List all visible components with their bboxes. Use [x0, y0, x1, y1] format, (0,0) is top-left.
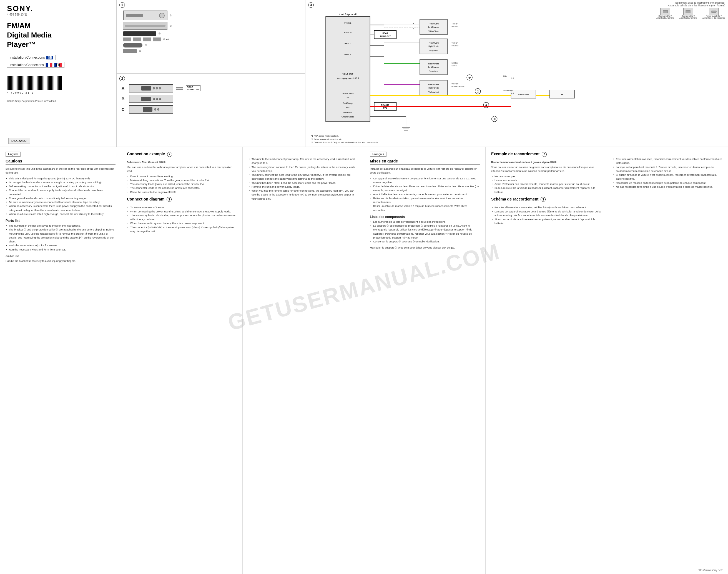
model-number-top: 4-459-589-13(1)	[7, 13, 110, 16]
svg-text:REAR: REAR	[382, 32, 388, 34]
exemple-raccordement-title: Exemple de raccordement 2	[491, 152, 601, 158]
diagram-2-area: 2 A	[117, 74, 305, 147]
svg-text:Rear/Arrière: Rear/Arrière	[428, 84, 439, 86]
svg-text:Violet/Violet: Violet/Violet	[428, 91, 439, 93]
svg-text:①: ①	[468, 76, 471, 79]
svg-text:VOLT OUT: VOLT OUT	[342, 73, 353, 75]
svg-text:+B: +B	[561, 93, 563, 95]
part-harness: ③	[123, 31, 299, 36]
sony-logo: SONY.	[7, 4, 110, 13]
svg-text:④: ④	[494, 118, 496, 121]
rear-audio-out-label: REARAUDIO OUT	[186, 85, 201, 91]
svg-rect-0	[663, 10, 668, 13]
connection-notes-col: This unit to the lead-connect power amp.…	[243, 147, 364, 574]
unit-a-row: A REARAUDIO OUT	[122, 84, 300, 92]
barcode-area: 4 400000 21 1	[7, 73, 110, 97]
svg-text:Fuse/Fusible: Fuse/Fusible	[518, 93, 529, 95]
diagram-3-number: 3	[308, 2, 314, 8]
svg-text:IN*2: IN*2	[383, 107, 387, 109]
svg-text:Rear/Arrière: Rear/Arrière	[428, 63, 439, 65]
connection-diagram-title: Connection diagram 3	[127, 197, 237, 204]
svg-rect-1	[686, 10, 690, 13]
model-tag: DSX-A40UI	[8, 138, 30, 144]
svg-text:Yellow/Jaune: Yellow/Jaune	[342, 92, 354, 94]
barcode	[7, 76, 62, 90]
francais-badge: Français	[370, 152, 386, 157]
svg-text:+B: +B	[347, 97, 349, 98]
svg-rect-2	[712, 11, 716, 12]
svg-text:Hauteur: Hauteur	[452, 26, 458, 28]
svg-text:Rear R: Rear R	[344, 53, 351, 56]
svg-text:Ground/Masse: Ground/Masse	[342, 116, 354, 118]
parts-list-title-en: Parts list	[6, 219, 116, 223]
svg-text:+ ④: + ④	[511, 92, 514, 94]
svg-text:AUX: AUX	[503, 75, 508, 78]
svg-text:−: −	[413, 27, 414, 30]
equip-icon-1	[660, 8, 670, 15]
svg-text:Subwoofer: Subwoofer	[503, 89, 513, 92]
parts-list-title-fr: Liste des composants	[370, 215, 480, 219]
bottom-section: English Cautions Be sure to install this…	[0, 147, 728, 574]
svg-text:Treble/: Treble/	[452, 23, 457, 25]
svg-rect-17	[374, 31, 396, 39]
equip-icon-3	[709, 8, 719, 15]
diagram-2-number: 2	[119, 76, 125, 81]
footer-url: http://www.sony.net/	[698, 569, 722, 572]
part-bracket: ②	[123, 22, 299, 30]
top-section: SONY. 4-459-589-13(1) FM/AM Digital Medi…	[0, 0, 728, 147]
cautions-title-fr: Mises en garde	[370, 159, 480, 165]
diagram-3-area: 3 Equipment used to illustrations (not s…	[305, 0, 728, 147]
equipment-note: Equipment used to illustrations (not sup…	[656, 1, 725, 19]
svg-text:Grave-médium: Grave-médium	[452, 86, 464, 87]
connection-example-col: Connection example 2 Subwoofer / Rear Co…	[121, 147, 243, 574]
svg-text:Right/Droite: Right/Droite	[428, 87, 439, 89]
lang-gb-button[interactable]: Installation/Connections GB	[7, 55, 110, 60]
equip-icon-2	[683, 8, 693, 15]
svg-text:Black/Noir: Black/Noir	[343, 112, 352, 114]
svg-text:Middle/: Middle/	[452, 62, 458, 64]
connection-diagram-svg: Unit / Appareil Front L Front R Rear L R…	[311, 8, 639, 141]
product-info-panel: SONY. 4-459-589-13(1) FM/AM Digital Medi…	[0, 0, 117, 147]
footnotes: *1 RCA cords (not supplied). *2 Refer to…	[311, 134, 642, 144]
svg-text:Green/Vert: Green/Vert	[429, 70, 438, 72]
lang-fr-button[interactable]: Installation/Connexions FR FR	[7, 62, 110, 68]
svg-text:Treble/: Treble/	[452, 42, 457, 44]
exemple-raccordement-col: Exemple de raccordement 2 Raccordement a…	[485, 147, 607, 574]
svg-text:Rear L: Rear L	[345, 42, 351, 45]
english-badge: English	[6, 152, 20, 157]
svg-text:Front/Avant: Front/Avant	[429, 23, 439, 25]
unit-c-row: C	[122, 105, 300, 114]
svg-text:Front/Avant: Front/Avant	[429, 42, 439, 44]
english-cautions-col: English Cautions Be sure to install this…	[0, 147, 121, 574]
diagram-1-area: 1 ① ②	[117, 0, 305, 74]
svg-text:Milieu: Milieu	[452, 65, 457, 67]
diagram-1-number: 1	[119, 2, 125, 8]
svg-text:Grey/Gris: Grey/Gris	[430, 49, 438, 52]
svg-text:Red/Rouge: Red/Rouge	[343, 102, 353, 105]
svg-text:Front R: Front R	[344, 31, 352, 34]
diagrams-center-panel: 1 ① ②	[117, 0, 305, 147]
connection-example-title: Connection example 2	[127, 152, 237, 158]
francais-cautions-col: Français Mises en garde Installer cet ap…	[364, 147, 485, 574]
part-keys: ④ ×4	[123, 38, 299, 41]
svg-text:Front L: Front L	[344, 22, 351, 24]
schema-raccordement-title: Schéma de raccordement 3	[491, 197, 601, 204]
schema-notes-col: Pour une alimentation avancée, raccorder…	[607, 147, 728, 574]
svg-text:②: ②	[477, 90, 479, 93]
svg-text:REMOTE: REMOTE	[381, 104, 389, 106]
svg-text:Unit / Appareil: Unit / Appareil	[339, 13, 356, 16]
product-title: FM/AM Digital Media Player™	[7, 21, 110, 49]
connection-units: A REARAUDIO OUT	[119, 76, 303, 116]
svg-text:AUDIO OUT: AUDIO OUT	[380, 35, 391, 37]
unit-b-row: B	[122, 95, 300, 103]
svg-text:Hauteur: Hauteur	[452, 45, 458, 47]
part-connector: ⑥	[123, 49, 299, 53]
svg-text:+ ③: + ③	[511, 77, 514, 79]
svg-text:Left/Gauche: Left/Gauche	[428, 66, 439, 68]
svg-text:Woofer/: Woofer/	[452, 83, 458, 85]
part-main-unit: ①	[123, 10, 299, 20]
parts-diagram: ① ② ③	[119, 2, 303, 56]
svg-text:Left/Gauche: Left/Gauche	[428, 26, 439, 28]
copyright-text: ©2013 Sony Corporation Printed in Thaila…	[7, 100, 110, 102]
part-aerial: ⑤	[123, 43, 299, 47]
